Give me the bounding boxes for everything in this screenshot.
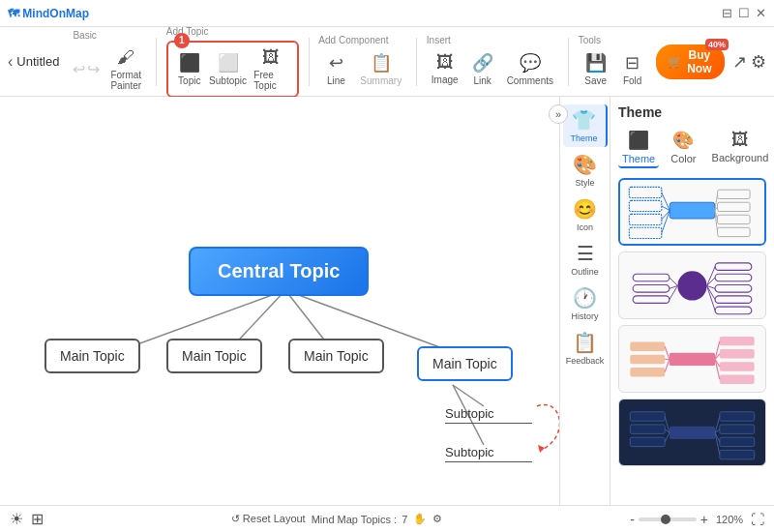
image-icon: 🖼 [436, 52, 454, 73]
reset-layout-button[interactable]: ↺ Reset Layout [231, 513, 306, 525]
subtopic-icon: ⬜ [218, 52, 239, 74]
svg-point-24 [677, 271, 706, 300]
status-left: ☀ ⊞ [10, 510, 44, 528]
component-tools: ↩ Line 📋 Summary [318, 49, 406, 89]
subtopic-2[interactable]: Subtopic [445, 443, 532, 462]
topic-icon: ⬛ [179, 52, 200, 74]
light-mode-button[interactable]: ☀ [10, 510, 23, 528]
central-topic[interactable]: Central Topic [189, 247, 369, 296]
add-component-section: Add Component ↩ Line 📋 Summary [313, 35, 412, 89]
buy-now-button[interactable]: 🛒 Buy Now 40% [656, 44, 725, 79]
side-item-style[interactable]: 🎨 Style [563, 149, 608, 192]
redo-button[interactable]: ↪ [87, 60, 100, 78]
image-button[interactable]: 🖼 Image [427, 49, 463, 88]
subtopic-1[interactable]: Subtopic [445, 404, 532, 424]
format-painter-button[interactable]: 🖌 Format Painter [105, 44, 146, 94]
title-bar: 🗺 MindOnMap ⊟ ☐ ✕ [0, 0, 774, 27]
main-topic-2[interactable]: Main Topic [166, 339, 262, 373]
app-container: 🗺 MindOnMap ⊟ ☐ ✕ ‹ Untitled Basic ↩ ↪ 🖌 [0, 0, 774, 532]
zoom-slider[interactable] [639, 517, 697, 521]
title-bar-right: ⊟ ☐ ✕ [722, 6, 766, 20]
divider-3 [416, 38, 417, 86]
comments-button[interactable]: 💬 Comments [502, 49, 558, 89]
svg-line-64 [665, 416, 670, 432]
comments-icon: 💬 [520, 52, 541, 74]
side-item-history[interactable]: 🕐 History [563, 282, 608, 325]
tools-section: Tools 💾 Save ⊟ Fold [573, 35, 656, 89]
svg-line-15 [662, 211, 670, 233]
svg-rect-27 [715, 285, 752, 293]
svg-line-70 [715, 432, 720, 455]
side-item-feedback[interactable]: 📋 Feedback [563, 327, 608, 369]
fold-button[interactable]: ⊟ Fold [615, 49, 650, 89]
back-button[interactable]: ‹ [8, 53, 13, 71]
tab-background[interactable]: 🖼 Background [708, 128, 773, 168]
link-button[interactable]: 🔗 Link [465, 49, 500, 89]
divider-1 [156, 38, 157, 86]
svg-rect-61 [630, 412, 665, 421]
canvas-area[interactable]: Central Topic Main Topic Main Topic Main… [0, 97, 559, 505]
collapse-panel-button[interactable]: » [549, 104, 568, 124]
svg-rect-57 [720, 412, 755, 421]
topic-button[interactable]: ⬛ Topic [172, 49, 207, 89]
zoom-minus-button[interactable]: - [630, 512, 635, 527]
svg-rect-11 [629, 227, 662, 238]
line-button[interactable]: ↩ Line [318, 49, 353, 89]
svg-line-38 [670, 278, 677, 285]
history-icon: 🕐 [573, 286, 597, 310]
main-topic-3[interactable]: Main Topic [288, 339, 384, 373]
nav-arrows: ↩ ↪ [73, 60, 100, 78]
maximize-button[interactable]: ☐ [738, 6, 750, 20]
svg-rect-58 [720, 425, 755, 433]
main-topic-1[interactable]: Main Topic [45, 339, 140, 373]
emoticon-icon: 😊 [573, 197, 597, 221]
background-tab-icon: 🖼 [731, 130, 749, 150]
save-icon: 💾 [585, 52, 607, 74]
summary-button[interactable]: 📋 Summary [355, 49, 406, 89]
svg-rect-8 [629, 187, 662, 197]
hand-tool-button[interactable]: ✋ [413, 513, 427, 525]
zoom-plus-button[interactable]: + [700, 512, 708, 527]
svg-rect-19 [718, 227, 751, 236]
main-topic-4[interactable]: Main Topic [417, 346, 513, 381]
undo-button[interactable]: ↩ [73, 60, 85, 78]
close-button[interactable]: ✕ [756, 6, 766, 20]
theme-tabs: ⬛ Theme 🎨 Color 🖼 Background [618, 128, 766, 168]
tab-theme[interactable]: ⬛ Theme [618, 128, 659, 168]
save-button[interactable]: 💾 Save [579, 49, 613, 89]
theme-card-2[interactable] [618, 251, 766, 319]
insert-tools: 🖼 Image 🔗 Link 💬 Comments [427, 49, 558, 89]
document-title[interactable]: Untitled [16, 54, 59, 69]
fullscreen-button[interactable]: ⛶ [751, 512, 764, 527]
free-topic-button[interactable]: 🖼 Free Topic [249, 44, 292, 94]
settings-mini-button[interactable]: ⚙ [432, 513, 442, 525]
svg-rect-18 [718, 215, 751, 223]
theme-card-4[interactable] [618, 399, 766, 466]
subtopic-button[interactable]: ⬜ Subtopic [209, 49, 248, 89]
svg-rect-16 [718, 190, 751, 198]
svg-rect-36 [633, 285, 670, 293]
zoom-level: 120% [712, 514, 747, 525]
share-button[interactable]: ↗ [732, 51, 747, 73]
side-item-theme[interactable]: 👕 Theme [563, 104, 608, 147]
minimize-button[interactable]: ⊟ [722, 6, 732, 20]
side-item-icon[interactable]: 😊 Icon [563, 193, 608, 236]
side-icons: » 👕 Theme 🎨 Style 😊 Icon ☰ Outline [559, 97, 610, 505]
svg-rect-47 [630, 355, 665, 364]
link-icon: 🔗 [472, 52, 493, 74]
basic-label: Basic [73, 30, 96, 41]
style-icon: 🎨 [573, 153, 597, 176]
theme-card-1[interactable] [618, 178, 766, 246]
settings-button[interactable]: ⚙ [751, 51, 766, 73]
svg-rect-59 [720, 437, 755, 446]
grid-view-button[interactable]: ⊞ [31, 510, 44, 528]
theme-grid [618, 178, 766, 466]
theme-tab-icon: ⬛ [628, 130, 649, 151]
theme-card-3[interactable] [618, 325, 766, 393]
tab-color[interactable]: 🎨 Color [667, 128, 700, 168]
side-item-outline[interactable]: ☰ Outline [563, 238, 608, 281]
svg-rect-41 [670, 353, 715, 366]
add-topic-badge: 1 [174, 33, 190, 48]
svg-rect-35 [633, 274, 670, 281]
theme-icon: 👕 [572, 108, 596, 132]
